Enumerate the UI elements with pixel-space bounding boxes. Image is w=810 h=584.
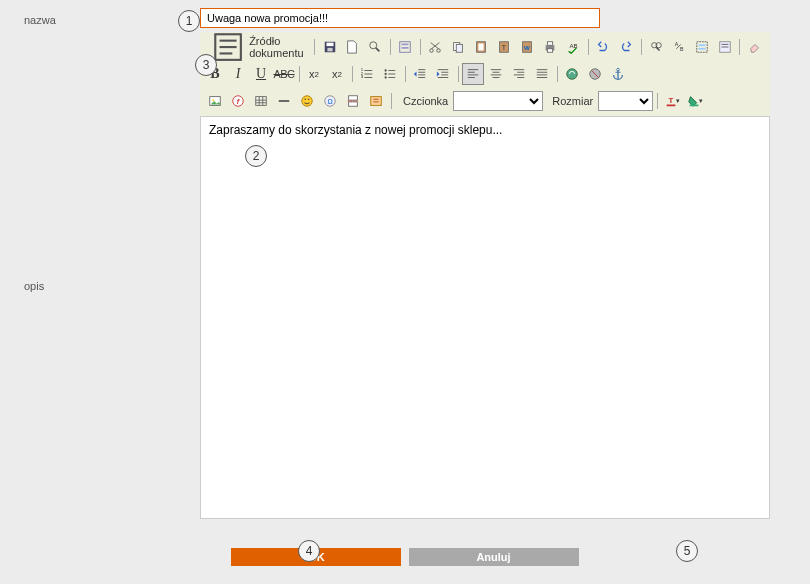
svg-line-15 xyxy=(432,43,440,49)
svg-line-8 xyxy=(376,48,380,52)
svg-point-13 xyxy=(437,49,441,53)
subscript-button[interactable]: x2 xyxy=(303,63,325,85)
print-button[interactable] xyxy=(539,36,561,58)
hr-button[interactable] xyxy=(273,90,295,112)
find-button[interactable] xyxy=(645,36,667,58)
eraser-button[interactable] xyxy=(744,36,766,58)
undo-icon xyxy=(596,40,610,54)
pagebreak-button[interactable] xyxy=(342,90,364,112)
cut-button[interactable] xyxy=(424,36,446,58)
size-select[interactable] xyxy=(598,91,653,111)
paste-button[interactable] xyxy=(470,36,492,58)
svg-rect-96 xyxy=(349,96,358,100)
indent-icon xyxy=(436,67,450,81)
table-button[interactable] xyxy=(250,90,272,112)
universal-icon xyxy=(369,94,383,108)
align-center-icon xyxy=(489,67,503,81)
label-name: nazwa xyxy=(0,0,200,26)
svg-text:W: W xyxy=(524,44,530,51)
italic-button[interactable]: I xyxy=(227,63,249,85)
flash-button[interactable]: f xyxy=(227,90,249,112)
save-button[interactable] xyxy=(319,36,341,58)
superscript-button[interactable]: x2 xyxy=(326,63,348,85)
smiley-button[interactable] xyxy=(296,90,318,112)
source-button[interactable]: Źródło dokumentu xyxy=(204,36,311,58)
svg-point-45 xyxy=(384,69,386,71)
unlink-button[interactable] xyxy=(584,63,606,85)
copy-button[interactable] xyxy=(447,36,469,58)
name-input[interactable] xyxy=(200,8,600,28)
svg-rect-101 xyxy=(667,105,676,107)
universal-button[interactable] xyxy=(365,90,387,112)
specialchar-button[interactable]: Ω xyxy=(319,90,341,112)
font-select[interactable] xyxy=(453,91,543,111)
orderedlist-button[interactable]: 123 xyxy=(356,63,378,85)
paste-text-button[interactable]: T xyxy=(493,36,515,58)
align-justify-button[interactable] xyxy=(531,63,553,85)
marker-2: 2 xyxy=(245,145,267,167)
redo-icon xyxy=(619,40,633,54)
textcolor-button[interactable]: T▾ xyxy=(661,90,683,112)
table-icon xyxy=(254,94,268,108)
svg-rect-97 xyxy=(349,102,358,106)
editor-toolbar: Źródło dokumentu T W AB xyxy=(200,32,770,117)
underline-button[interactable]: U xyxy=(250,63,272,85)
marker-5: 5 xyxy=(676,540,698,562)
link-button[interactable] xyxy=(561,63,583,85)
outdent-button[interactable] xyxy=(409,63,431,85)
svg-point-47 xyxy=(384,76,386,78)
svg-text:A: A xyxy=(675,41,679,47)
replace-button[interactable]: AB xyxy=(668,36,690,58)
ul-icon xyxy=(383,67,397,81)
paste-word-button[interactable]: W xyxy=(516,36,538,58)
spellcheck-button[interactable]: AB xyxy=(562,36,584,58)
svg-point-82 xyxy=(212,99,214,101)
templates-button[interactable] xyxy=(394,36,416,58)
svg-point-75 xyxy=(567,69,578,80)
print-icon xyxy=(543,40,557,54)
marker-4: 4 xyxy=(298,540,320,562)
strikethrough-button[interactable]: ABC xyxy=(273,63,295,85)
redo-button[interactable] xyxy=(615,36,637,58)
align-right-icon xyxy=(512,67,526,81)
undo-button[interactable] xyxy=(592,36,614,58)
new-page-button[interactable] xyxy=(342,36,364,58)
align-right-button[interactable] xyxy=(508,63,530,85)
removeformat-button[interactable] xyxy=(714,36,736,58)
separator xyxy=(387,37,393,57)
svg-point-12 xyxy=(430,49,434,53)
paste-icon xyxy=(474,40,488,54)
separator xyxy=(402,64,408,84)
separator xyxy=(455,64,461,84)
separator xyxy=(585,37,591,57)
bgcolor-button[interactable]: ▾ xyxy=(684,90,706,112)
unorderedlist-button[interactable] xyxy=(379,63,401,85)
separator xyxy=(654,91,660,111)
align-left-button[interactable] xyxy=(462,63,484,85)
separator xyxy=(349,64,355,84)
svg-point-93 xyxy=(308,99,309,100)
image-button[interactable] xyxy=(204,90,226,112)
marker-3: 3 xyxy=(195,54,217,76)
find-icon xyxy=(649,40,663,54)
svg-rect-25 xyxy=(548,42,553,46)
selectall-icon xyxy=(695,40,709,54)
svg-text:T: T xyxy=(669,96,674,105)
editor-content[interactable]: Zapraszamy do skorzystania z nowej promo… xyxy=(200,117,770,519)
cancel-button[interactable]: Anuluj xyxy=(409,548,579,566)
hr-icon xyxy=(277,94,291,108)
svg-rect-102 xyxy=(690,105,699,107)
svg-rect-11 xyxy=(402,47,409,49)
scissors-icon xyxy=(428,40,442,54)
anchor-button[interactable] xyxy=(607,63,629,85)
indent-button[interactable] xyxy=(432,63,454,85)
eraser-icon xyxy=(748,40,762,54)
preview-button[interactable] xyxy=(364,36,386,58)
svg-rect-17 xyxy=(457,44,463,52)
link-icon xyxy=(565,67,579,81)
paste-text-icon: T xyxy=(497,40,511,54)
magnifier-icon xyxy=(368,40,382,54)
align-center-button[interactable] xyxy=(485,63,507,85)
selectall-button[interactable] xyxy=(691,36,713,58)
svg-line-14 xyxy=(431,43,439,49)
